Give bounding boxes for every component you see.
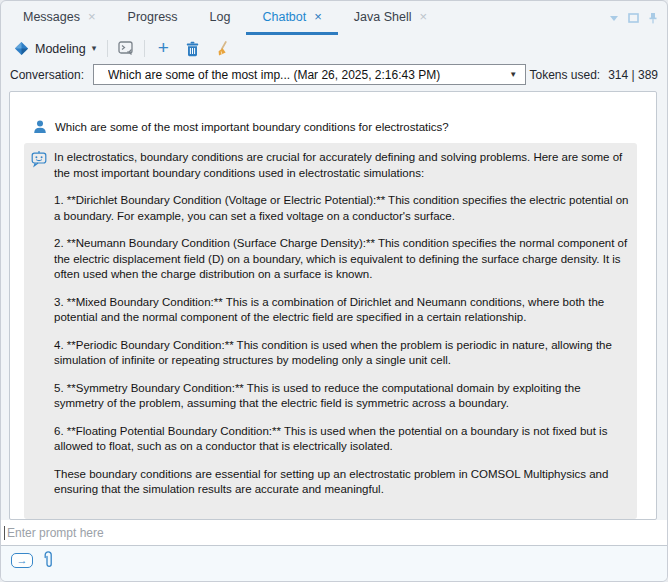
chatbot-robot-icon: [30, 150, 48, 168]
bot-paragraph: 3. **Mixed Boundary Condition:** This is…: [54, 295, 629, 326]
tab-java-shell-close-icon[interactable]: ×: [420, 10, 428, 23]
delete-conversation-button[interactable]: [181, 38, 203, 60]
toolbar-divider: [107, 40, 108, 57]
tab-bar: Messages × Progress Log Chatbot × Java S…: [1, 1, 667, 35]
conversation-bar: Conversation: Which are some of the most…: [1, 62, 667, 87]
chatbot-toolbar: Modeling ▾ +: [1, 35, 667, 62]
bot-paragraph: 6. **Floating Potential Boundary Conditi…: [54, 424, 629, 455]
tab-messages-label: Messages: [23, 10, 80, 24]
prompt-actions: →: [1, 546, 667, 581]
view-controls: [609, 12, 658, 24]
mode-selector-label: Modeling: [35, 42, 86, 56]
tokens-used: Tokens used: 314 | 389: [529, 68, 658, 82]
minimize-chevron-icon[interactable]: [609, 15, 619, 22]
user-message-text: Which are some of the most important bou…: [55, 121, 449, 133]
user-avatar-icon: [32, 119, 48, 135]
bot-paragraph: 4. **Periodic Boundary Condition:** This…: [54, 338, 629, 369]
tab-java-shell-label: Java Shell: [354, 10, 412, 24]
tokens-used-label: Tokens used:: [529, 68, 600, 82]
bot-paragraph: These boundary conditions are essential …: [54, 467, 629, 498]
chatbot-panel-window: Messages × Progress Log Chatbot × Java S…: [0, 0, 668, 582]
text-cursor: [4, 526, 5, 540]
tab-log-label: Log: [210, 10, 231, 24]
tab-chatbot-close-icon[interactable]: ×: [314, 10, 322, 23]
mode-selector-caret-icon: ▾: [92, 44, 97, 53]
prompt-input[interactable]: [7, 526, 667, 540]
bot-paragraph: 2. **Neumann Boundary Condition (Surface…: [54, 236, 629, 283]
conversation-select[interactable]: Which are some of the most imp... (Mar 2…: [93, 64, 526, 85]
clear-conversation-button[interactable]: [210, 38, 232, 60]
open-console-button[interactable]: [115, 38, 137, 60]
tab-progress[interactable]: Progress: [112, 1, 194, 35]
user-message-row: Which are some of the most important bou…: [32, 119, 636, 135]
attach-file-button[interactable]: [43, 551, 54, 570]
pin-icon[interactable]: [648, 12, 658, 24]
tab-progress-label: Progress: [128, 10, 178, 24]
dropdown-caret-icon: ▼: [509, 70, 517, 79]
broom-icon: [214, 41, 229, 57]
tab-messages-close-icon[interactable]: ×: [88, 10, 96, 23]
send-button[interactable]: →: [11, 553, 33, 568]
tab-java-shell[interactable]: Java Shell ×: [338, 1, 443, 35]
bot-message-text: In electrostatics, boundary conditions a…: [54, 148, 629, 510]
modeling-diamond-icon: [14, 41, 29, 56]
tab-chatbot-label: Chatbot: [262, 10, 306, 24]
toolbar-divider: [144, 40, 145, 57]
conversation-selected-option: Which are some of the most imp... (Mar 2…: [108, 68, 503, 82]
tab-messages[interactable]: Messages ×: [7, 1, 112, 35]
conversation-label: Conversation:: [10, 68, 84, 82]
new-conversation-button[interactable]: +: [152, 38, 174, 60]
trash-icon: [185, 41, 200, 57]
bot-message-bubble: In electrostatics, boundary conditions a…: [24, 143, 637, 519]
prompt-row: [1, 520, 667, 546]
tab-chatbot[interactable]: Chatbot ×: [246, 1, 337, 35]
send-arrow-icon: →: [17, 555, 28, 566]
maximize-icon[interactable]: [628, 13, 639, 23]
tokens-used-value: 314 | 389: [608, 68, 658, 82]
mode-selector-button[interactable]: Modeling ▾: [10, 39, 100, 58]
bot-paragraph: In electrostatics, boundary conditions a…: [54, 150, 629, 181]
chat-transcript: Which are some of the most important bou…: [9, 91, 657, 520]
bot-paragraph: 5. **Symmetry Boundary Condition:** This…: [54, 381, 629, 412]
paperclip-icon: [43, 551, 54, 570]
tab-log[interactable]: Log: [194, 1, 247, 35]
bot-paragraph: 1. **Dirichlet Boundary Condition (Volta…: [54, 193, 629, 224]
plus-icon: +: [158, 38, 169, 57]
